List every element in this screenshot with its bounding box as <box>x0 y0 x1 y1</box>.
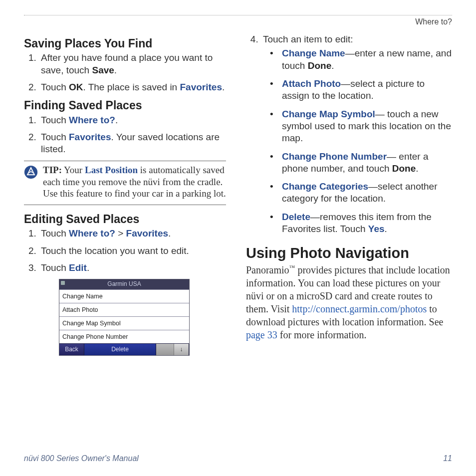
text: . The place is saved in <box>83 82 180 92</box>
kw-done: Done <box>392 163 416 174</box>
device-title: Garmin USA <box>59 279 189 289</box>
device-row: Change Phone Number <box>59 330 189 343</box>
editing-steps-continued: Touch an item to edit: Change Name—enter… <box>246 33 452 235</box>
editing-step-3: Touch Edit. <box>39 262 226 274</box>
finding-step-1: Touch Where to?. <box>39 114 226 126</box>
footer-title: nüvi 800 Series Owner's Manual <box>24 454 139 463</box>
option-change-phone-number: Change Phone Number— enter a phone numbe… <box>275 151 452 175</box>
kw: Attach Photo <box>282 78 341 89</box>
device-row: Attach Photo <box>59 303 189 316</box>
saving-step-2: Touch OK. The place is saved in Favorite… <box>39 81 226 93</box>
text: . <box>115 115 118 125</box>
text: for more information. <box>277 329 367 340</box>
device-delete-button: Delete <box>84 344 156 355</box>
running-header: Where to? <box>24 17 452 26</box>
option-change-categories: Change Categories—select another categor… <box>275 181 452 205</box>
left-column: Saving Places You Find After you have fo… <box>24 33 226 356</box>
text: After you have found a place you want to… <box>41 52 213 75</box>
text: Touch <box>41 228 69 238</box>
saving-steps: After you have found a place you want to… <box>24 52 226 93</box>
kw-favorites: Favorites <box>126 228 168 238</box>
editing-step-2: Touch the location you want to edit. <box>39 245 226 257</box>
kw-yes: Yes <box>368 224 385 234</box>
text: Touch <box>41 82 69 92</box>
kw-edit: Edit <box>69 262 87 273</box>
device-back-button: Back <box>59 344 84 355</box>
text: > <box>115 228 126 238</box>
header-rule <box>24 15 452 15</box>
editing-steps: Touch Where to? > Favorites. Touch the l… <box>24 228 226 274</box>
kw-last-position: Last Position <box>85 165 138 175</box>
kw: Change Map Symbol <box>282 109 375 119</box>
footer-page-number: 11 <box>443 454 452 463</box>
tip-icon <box>24 165 38 179</box>
finding-step-2: Touch Favorites. Your saved locations ar… <box>39 131 226 156</box>
edit-options: Change Name—enter a new name, and touch … <box>263 47 452 235</box>
option-delete: Delete—removes this item from the Favori… <box>275 211 452 236</box>
finding-steps: Touch Where to?. Touch Favorites. Your s… <box>24 114 226 156</box>
tip-body: TIP: Your Last Position is automatically… <box>43 164 226 200</box>
kw: Change Categories <box>282 181 368 192</box>
kw: Change Phone Number <box>282 151 387 162</box>
text: Touch <box>41 115 69 125</box>
kw-save: Save <box>92 65 114 75</box>
text: . <box>114 65 117 75</box>
heading-finding-places: Finding Saved Places <box>24 98 226 113</box>
device-row: Change Name <box>59 289 189 303</box>
device-down-button: ↓ <box>174 344 189 355</box>
trademark: ™ <box>289 264 295 271</box>
tip-label: TIP: <box>43 165 62 175</box>
page-footer: nüvi 800 Series Owner's Manual 11 <box>24 454 452 463</box>
editing-step-1: Touch Where to? > Favorites. <box>39 228 226 239</box>
content-columns: Saving Places You Find After you have fo… <box>24 33 452 356</box>
text: . <box>331 60 334 71</box>
text: . <box>87 262 89 273</box>
device-screenshot: Garmin USA Change Name Attach Photo Chan… <box>59 279 190 355</box>
editing-step-4: Touch an item to edit: Change Name—enter… <box>261 33 452 235</box>
device-footer: Back Delete ↓ <box>59 343 189 355</box>
photo-navigation-paragraph: Panoramio™ provides pictures that includ… <box>246 263 452 341</box>
kw: Delete <box>282 212 310 222</box>
kw-where-to: Where to? <box>69 115 115 125</box>
text: Touch <box>41 132 69 142</box>
text: Touch an item to edit: <box>263 34 353 44</box>
kw-favorites: Favorites <box>69 132 111 142</box>
heading-saving-places: Saving Places You Find <box>24 36 226 51</box>
option-change-name: Change Name—enter a new name, and touch … <box>275 47 452 72</box>
device-row: Change Map Symbol <box>59 316 189 330</box>
device-spacer <box>156 344 174 355</box>
text: Touch <box>41 262 69 273</box>
kw: Change Name <box>282 48 345 58</box>
kw-favorites: Favorites <box>180 82 222 92</box>
right-column: Touch an item to edit: Change Name—enter… <box>246 33 452 356</box>
tip-box: TIP: Your Last Position is automatically… <box>24 161 226 205</box>
text: . <box>416 163 418 174</box>
heading-editing-places: Editing Saved Places <box>24 212 226 227</box>
text: Your <box>62 165 85 175</box>
text: . <box>222 82 225 92</box>
kw-done: Done <box>308 60 332 71</box>
saving-step-1: After you have found a place you want to… <box>39 52 226 76</box>
text: Panoramio <box>246 264 289 275</box>
kw-ok: OK <box>69 82 83 92</box>
option-attach-photo: Attach Photo—select a picture to assign … <box>275 78 452 102</box>
option-change-map-symbol: Change Map Symbol— touch a new symbol us… <box>275 108 452 145</box>
link-page-33[interactable]: page 33 <box>246 329 277 340</box>
text: . <box>168 228 171 238</box>
link-garmin-photos[interactable]: http://connect.garmin.com/photos <box>292 303 427 314</box>
heading-photo-navigation: Using Photo Navigation <box>246 244 452 262</box>
text: . <box>385 224 387 234</box>
kw-where-to: Where to? <box>69 228 115 238</box>
